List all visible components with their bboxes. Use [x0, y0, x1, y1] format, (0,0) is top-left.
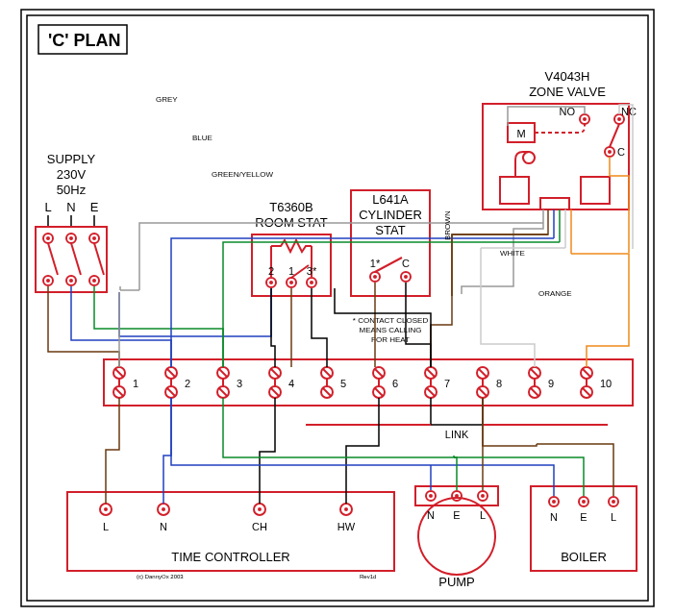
boiler: N E L BOILER — [531, 486, 637, 571]
svg-text:FOR HEAT: FOR HEAT — [371, 335, 410, 344]
svg-point-27 — [269, 281, 273, 284]
svg-text:E: E — [580, 511, 587, 523]
svg-text:PUMP: PUMP — [438, 575, 475, 589]
svg-text:7: 7 — [444, 378, 450, 389]
svg-text:N: N — [427, 509, 435, 521]
svg-text:* CONTACT CLOSED: * CONTACT CLOSED — [353, 316, 429, 325]
link-wire — [431, 398, 483, 425]
zonevalve-name: ZONE VALVE — [529, 85, 606, 99]
svg-text:3*: 3* — [307, 265, 317, 277]
svg-line-67 — [115, 388, 123, 396]
svg-line-83 — [271, 369, 279, 377]
wire-supply-l — [48, 286, 119, 367]
svg-point-140 — [429, 494, 433, 498]
svg-line-77 — [219, 369, 227, 377]
zone-valve: M NO NC C — [483, 104, 637, 209]
supply-isolator — [36, 227, 107, 292]
svg-text:5: 5 — [340, 378, 346, 389]
room-stat: 2 1 3* — [252, 234, 331, 296]
svg-rect-60 — [500, 177, 529, 204]
svg-point-151 — [552, 500, 556, 504]
link-label: LINK — [445, 429, 469, 440]
svg-text:N: N — [550, 511, 558, 523]
svg-text:M: M — [516, 128, 525, 139]
svg-text:10: 10 — [600, 378, 612, 389]
wiring-diagram: 'C' PLAN SUPPLY 230V 50Hz L N E T6360B R… — [0, 0, 675, 616]
svg-text:NO: NO — [560, 106, 576, 117]
svg-text:1: 1 — [133, 378, 138, 389]
svg-line-113 — [531, 369, 538, 377]
svg-line-13 — [48, 243, 58, 275]
svg-point-17 — [46, 279, 50, 283]
svg-point-8 — [46, 236, 50, 240]
supply-pin-e: E — [90, 200, 99, 214]
supply-pin-l: L — [44, 200, 51, 214]
time-controller: L N CH HW TIME CONTROLLER — [67, 492, 394, 571]
svg-line-85 — [271, 388, 279, 396]
roomstat-model: T6360B — [269, 200, 313, 214]
svg-point-29 — [289, 281, 293, 284]
svg-point-153 — [582, 500, 586, 504]
svg-point-132 — [344, 507, 348, 511]
svg-point-128 — [162, 507, 165, 511]
svg-point-126 — [104, 507, 108, 511]
zonevalve-model: V4043H — [545, 69, 590, 84]
svg-text:4: 4 — [288, 378, 294, 389]
svg-text:MEANS CALLING: MEANS CALLING — [360, 326, 422, 334]
svg-text:6: 6 — [392, 378, 398, 389]
svg-text:L: L — [480, 509, 486, 521]
svg-line-115 — [531, 388, 538, 396]
svg-point-142 — [455, 494, 459, 498]
svg-line-14 — [71, 243, 81, 275]
cylstat-name2: STAT — [375, 223, 405, 237]
svg-text:L: L — [611, 511, 616, 523]
cylstat-model: L641A — [372, 192, 409, 207]
svg-point-12 — [92, 236, 96, 240]
svg-point-21 — [92, 279, 96, 283]
credits-rev: Rev1d — [360, 574, 376, 579]
supply-voltage: 230V — [57, 167, 87, 182]
svg-line-97 — [375, 388, 383, 396]
svg-point-57 — [608, 150, 612, 154]
svg-line-71 — [167, 369, 175, 377]
svg-line-119 — [583, 369, 590, 377]
svg-point-144 — [481, 494, 485, 498]
credits-copy: (c) DannyOx 2003 — [137, 574, 184, 579]
svg-text:2: 2 — [185, 378, 190, 389]
svg-line-109 — [479, 388, 487, 396]
svg-line-103 — [427, 388, 435, 396]
svg-line-65 — [115, 369, 123, 377]
pump: N E L PUMP — [415, 486, 498, 589]
svg-text:1*: 1* — [370, 258, 381, 269]
svg-text:TIME CONTROLLER: TIME CONTROLLER — [171, 550, 290, 564]
supply-label: SUPPLY — [47, 152, 96, 166]
svg-rect-62 — [540, 198, 569, 209]
svg-text:C: C — [617, 146, 625, 158]
svg-text:C: C — [402, 258, 410, 269]
wire-label-green: GREEN/YELLOW — [212, 170, 273, 179]
svg-point-38 — [373, 275, 377, 279]
svg-line-121 — [583, 388, 590, 396]
wire-supply-e — [94, 286, 223, 367]
svg-point-31 — [310, 281, 313, 284]
svg-line-15 — [94, 243, 104, 275]
svg-text:CH: CH — [252, 521, 267, 532]
wire-label-grey: GREY — [156, 95, 178, 104]
svg-text:8: 8 — [496, 378, 502, 389]
svg-text:9: 9 — [548, 378, 554, 389]
diagram-title: 'C' PLAN — [48, 31, 121, 50]
svg-point-51 — [583, 117, 587, 121]
svg-text:1: 1 — [288, 265, 294, 277]
svg-point-10 — [69, 236, 73, 240]
svg-text:N: N — [160, 521, 167, 532]
svg-text:3: 3 — [237, 378, 242, 389]
svg-rect-0 — [21, 10, 654, 606]
svg-line-89 — [323, 369, 331, 377]
supply-pin-n: N — [66, 200, 75, 214]
svg-point-40 — [404, 275, 408, 279]
svg-line-107 — [479, 369, 487, 377]
wire-label-blue: BLUE — [192, 134, 212, 142]
wire-label-white: WHITE — [500, 249, 525, 258]
wire-label-orange: ORANGE — [538, 289, 572, 298]
wire-label-brown: BROWN — [443, 210, 452, 240]
